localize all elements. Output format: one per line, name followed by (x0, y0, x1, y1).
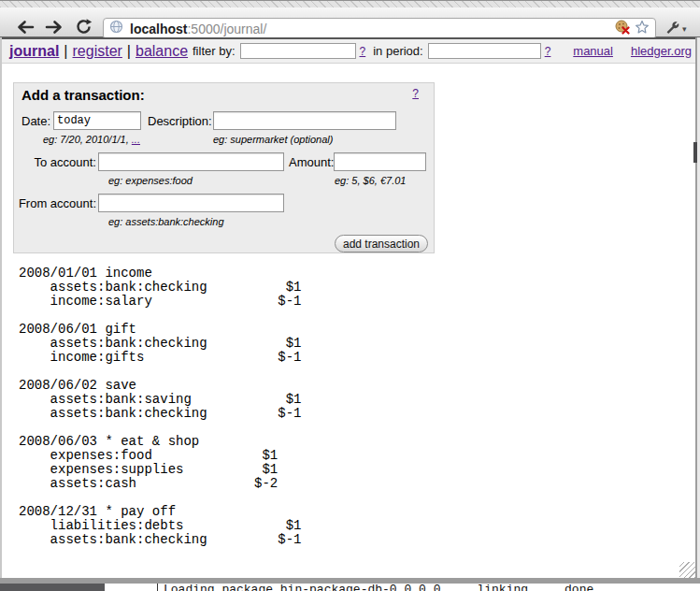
cookie-blocked-icon[interactable] (615, 20, 630, 38)
filter-help-link[interactable]: ? (360, 45, 366, 58)
from-account-label: From account: (14, 196, 96, 210)
url-host: localhost (130, 22, 187, 36)
page-globe-icon (109, 20, 123, 37)
terminal-output: Loading package bin-package-db-0.0.0.0 .… (164, 583, 601, 591)
from-account-hint: eg: assets:bank:checking (108, 216, 224, 227)
wrench-icon (664, 20, 680, 38)
browser-chrome: localhost:5000/journal/ ▾ (0, 0, 700, 37)
date-hint: eg: 7/20, 2010/1/1, ... (43, 134, 140, 145)
url-path: :5000/journal/ (187, 22, 266, 36)
forward-arrow-icon (44, 19, 64, 38)
panel-title: Add a transaction: (21, 87, 145, 103)
reload-icon (75, 18, 93, 38)
link-separator: | (59, 43, 72, 59)
bookmark-star-icon[interactable] (635, 20, 650, 38)
to-account-input[interactable] (98, 152, 284, 171)
from-account-input[interactable] (98, 194, 284, 212)
back-arrow-icon (15, 19, 36, 38)
amount-input[interactable] (334, 152, 426, 171)
date-input[interactable] (53, 111, 141, 130)
wrench-menu-button[interactable]: ▾ (664, 20, 696, 38)
to-account-hint: eg: expenses:food (108, 175, 193, 186)
terminal-border (157, 584, 158, 591)
terminal-window: Loading package bin-package-db-0.0.0.0 .… (105, 584, 700, 591)
background-window (0, 584, 105, 591)
amount-label: Amount: (289, 155, 334, 169)
chevron-down-icon: ▾ (682, 24, 687, 34)
period-help-link[interactable]: ? (545, 45, 551, 58)
date-hint-text: eg: 7/20, 2010/1/1, (43, 134, 132, 145)
resize-grip[interactable] (679, 562, 695, 578)
url-text: localhost:5000/journal/ (130, 22, 266, 36)
hledger-navbar: journal|register|balance filter by: ? in… (2, 37, 695, 64)
manual-link[interactable]: manual (573, 44, 613, 58)
external-links: manual hledger.org (573, 44, 692, 58)
filter-input[interactable] (240, 43, 356, 59)
filter-controls: filter by: ? in period: ? (193, 43, 556, 59)
browser-toolbar: localhost:5000/journal/ ▾ (0, 7, 700, 37)
filter-by-label: filter by: (193, 44, 236, 58)
window-titlebar (0, 0, 700, 7)
reload-button[interactable] (71, 19, 95, 37)
scrollbar-thumb (693, 142, 697, 163)
date-label: Date: (21, 114, 50, 128)
address-bar[interactable]: localhost:5000/journal/ (103, 18, 656, 39)
window-left-border (0, 37, 2, 578)
add-transaction-button[interactable]: add transaction (335, 235, 428, 252)
add-transaction-panel: Add a transaction: ? Date: Description: … (13, 82, 435, 253)
date-hint-more-link[interactable]: ... (132, 134, 140, 145)
panel-help-link[interactable]: ? (412, 87, 419, 100)
hledger-org-link[interactable]: hledger.org (631, 44, 692, 58)
description-hint: eg: supermarket (optional) (213, 134, 333, 145)
to-account-label: To account: (14, 155, 96, 169)
tab-balance[interactable]: balance (136, 43, 188, 59)
forward-button[interactable] (42, 19, 66, 37)
description-label: Description: (148, 114, 212, 128)
period-input[interactable] (428, 43, 541, 59)
journal-text: 2008/01/01 income assets:bank:checking $… (19, 267, 301, 547)
in-period-label: in period: (373, 44, 422, 58)
tab-register[interactable]: register (73, 43, 122, 59)
amount-hint: eg: 5, $6, €7.01 (335, 175, 406, 186)
link-separator: | (122, 43, 136, 59)
back-button[interactable] (13, 19, 37, 37)
tab-journal[interactable]: journal (9, 43, 59, 59)
view-links: journal|register|balance (9, 43, 188, 60)
description-input[interactable] (213, 111, 396, 130)
